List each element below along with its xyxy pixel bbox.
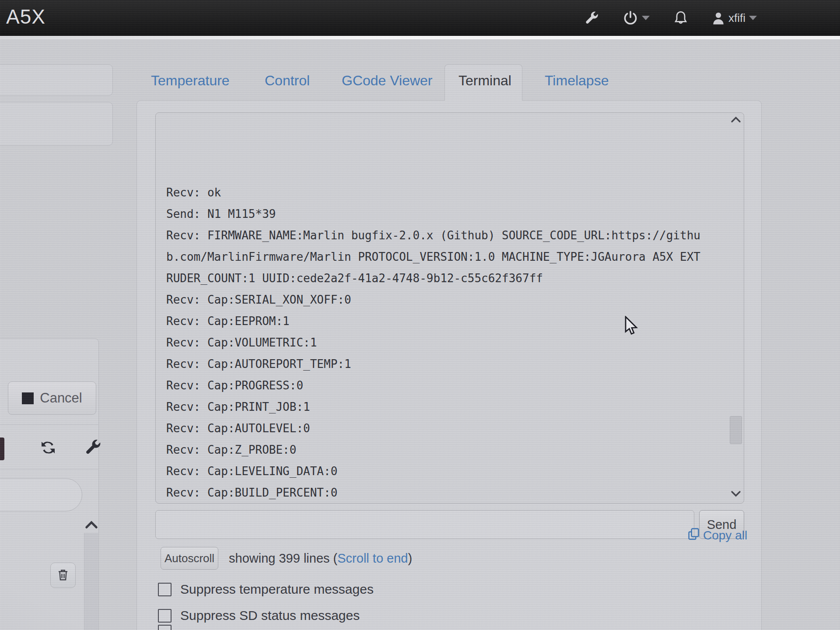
sidebar-panel-second [0, 102, 113, 146]
cancel-print-button[interactable]: Cancel [8, 382, 96, 415]
terminal-line: Recv: Cap:AUTOLEVEL:0 [166, 418, 700, 439]
checkbox-suppress-temperature[interactable] [158, 583, 172, 596]
checkbox-clipped[interactable] [158, 625, 172, 630]
terminal-line: Recv: Cap:BUILD_PERCENT:0 [166, 482, 700, 504]
line-count-text: showing 399 lines (Scroll to end) [229, 551, 412, 566]
bell-icon [673, 10, 688, 26]
navbar-actions: xfifi [584, 0, 757, 36]
terminal-line: Recv: Cap:AUTOREPORT_TEMP:1 [166, 354, 700, 375]
terminal-command-input[interactable] [155, 510, 694, 539]
top-navbar: A5X xfifi [0, 0, 840, 36]
terminal-line: Recv: Cap:PROGRESS:0 [166, 375, 700, 396]
chevron-up-icon[interactable] [85, 520, 98, 531]
settings-wrench-icon[interactable] [84, 438, 102, 458]
terminal-line: Recv: FIRMWARE_NAME:Marlin bugfix-2.0.x … [166, 225, 700, 246]
terminal-line: RUDER_COUNT:1 UUID:cede2a2f-41a2-4748-9b… [166, 268, 700, 289]
terminal-line: Recv: Cap:VOLUMETRIC:1 [166, 332, 700, 354]
power-icon [623, 10, 638, 26]
stop-icon [22, 392, 34, 404]
cancel-button-label: Cancel [40, 390, 82, 406]
suppress-sd-status-row: Suppress SD status messages [158, 608, 360, 623]
terminal-log[interactable]: Recv: okSend: N1 M115*39Recv: FIRMWARE_N… [155, 112, 744, 504]
autoscroll-toggle[interactable]: Autoscroll [161, 547, 218, 570]
tab-timelapse[interactable]: Timelapse [545, 73, 609, 89]
tab-gcode-viewer[interactable]: GCode Viewer [342, 73, 433, 89]
clipped-option-row [158, 625, 172, 630]
terminal-line: b.com/MarlinFirmware/Marlin PROTOCOL_VER… [166, 246, 700, 268]
suppress-temperature-label: Suppress temperature messages [180, 582, 374, 597]
octoprint-screen: A5X xfifi [0, 0, 840, 630]
clipped-icon [0, 438, 4, 460]
suppress-sd-status-label: Suppress SD status messages [180, 608, 360, 623]
copy-all-link[interactable]: Copy all [688, 528, 747, 543]
wrench-icon [584, 10, 599, 25]
chevron-down-icon [642, 16, 650, 20]
screen-glare [0, 36, 840, 39]
suppress-temperature-row: Suppress temperature messages [158, 582, 374, 597]
sidebar-scrollbar[interactable] [84, 533, 99, 630]
delete-button[interactable] [50, 563, 76, 588]
tab-temperature[interactable]: Temperature [151, 73, 230, 89]
terminal-line: Recv: Cap:LEVELING_DATA:0 [166, 461, 700, 482]
line-count-prefix: showing 399 lines ( [229, 551, 337, 565]
terminal-output: Recv: okSend: N1 M115*39Recv: FIRMWARE_N… [166, 118, 700, 504]
terminal-line: Recv: Cap:SERIAL_XON_XOFF:0 [166, 289, 700, 311]
scrollbar-thumb[interactable] [730, 416, 742, 444]
power-menu-item[interactable] [623, 10, 650, 26]
user-icon [712, 11, 725, 25]
terminal-status-row: Autoscroll showing 399 lines (Scroll to … [161, 547, 412, 570]
settings-menu-item[interactable] [584, 10, 599, 25]
terminal-line: Recv: Cap:PRINT_JOB:1 [166, 396, 700, 418]
sidebar-search-input[interactable] [0, 478, 82, 511]
app-title: A5X [6, 5, 46, 28]
terminal-scrollbar[interactable] [728, 113, 744, 503]
scroll-down-icon[interactable] [731, 490, 741, 500]
scroll-to-end-link[interactable]: Scroll to end [337, 551, 408, 565]
terminal-line: Recv: Cap:Z_PROBE:0 [166, 439, 700, 461]
notifications-item[interactable] [673, 10, 688, 26]
scroll-up-icon[interactable] [731, 116, 741, 125]
copy-all-label: Copy all [703, 528, 747, 542]
sidebar-divider [0, 424, 99, 425]
sidebar-divider [0, 469, 99, 469]
chevron-down-icon [749, 16, 757, 20]
copy-icon [688, 528, 700, 543]
refresh-icon[interactable] [39, 438, 57, 458]
terminal-line: Recv: ok [166, 182, 700, 203]
terminal-line: Send: N1 M115*39 [166, 203, 700, 225]
line-count-suffix: ) [408, 551, 412, 565]
trash-icon [57, 568, 69, 583]
checkbox-suppress-sd-status[interactable] [158, 609, 172, 623]
user-menu-item[interactable]: xfifi [712, 11, 757, 25]
autoscroll-label: Autoscroll [164, 552, 214, 565]
sidebar-panel-top [0, 64, 113, 96]
tab-control[interactable]: Control [265, 73, 310, 89]
tab-terminal[interactable]: Terminal [458, 73, 511, 89]
username-label: xfifi [728, 11, 746, 25]
terminal-line: Recv: Cap:EEPROM:1 [166, 311, 700, 332]
